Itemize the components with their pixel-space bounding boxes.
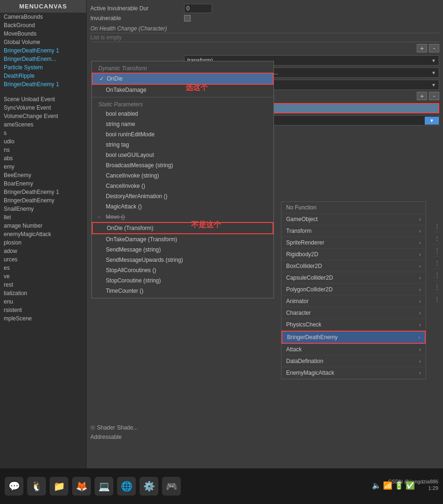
dots-icon-4[interactable]: ⋮	[433, 257, 441, 269]
menu-item-move[interactable]: Move ()	[92, 212, 273, 222]
plus-btn-1[interactable]: +	[417, 44, 427, 52]
function-item-animator[interactable]: Animator ›	[281, 296, 426, 307]
tray-icon-2[interactable]: 📶	[383, 481, 392, 490]
dots-icon-3[interactable]: ⋮	[433, 245, 441, 257]
menu-item-ondie[interactable]: ✓ OnDie	[92, 73, 273, 85]
sidebar-item-ns[interactable]: ns	[0, 146, 86, 154]
dots-icon-6[interactable]: ⋮	[433, 281, 441, 293]
sidebar-item-rest[interactable]: rest	[0, 281, 86, 289]
menu-item-bool-runineditmode[interactable]: bool runInEditMode	[92, 129, 273, 140]
menu-item-string-name[interactable]: string name	[92, 119, 273, 129]
sidebar-item-boarenemy[interactable]: BoarEnemy	[0, 179, 86, 188]
function-item-boxcollider2d[interactable]: BoxCollider2D ›	[281, 260, 426, 272]
menu-item-timecounter[interactable]: TimeCounter ()	[92, 286, 273, 296]
sidebar-item-syncvolume[interactable]: SyncVolume Event	[0, 104, 86, 112]
sidebar-item-bringer3[interactable]: BringerDeathEnemy 1	[0, 80, 86, 89]
function-item-datadefination[interactable]: DataDefination ›	[281, 356, 426, 367]
menu-item-broadcastmessage[interactable]: BroadcastMessage (string)	[92, 160, 273, 170]
menu-item-sendmessageupwards[interactable]: SendMessageUpwards (string)	[92, 255, 273, 265]
taskbar-icon-8[interactable]: 🎮	[162, 477, 181, 496]
sidebar-item-bringer5[interactable]: BringerDeathEnemy	[0, 196, 86, 205]
menu-item-bool-useGUILayout[interactable]: bool useGUILayout	[92, 150, 273, 160]
menu-item-magicattack[interactable]: MagicAttack ()	[92, 201, 273, 212]
invulnerable-checkbox[interactable]	[184, 15, 191, 22]
dots-icon-5[interactable]: ⋮	[433, 269, 441, 281]
sidebar-item-urces[interactable]: urces	[0, 255, 86, 264]
sidebar-item-bringer4[interactable]: BringerDeathEnemy 1	[0, 188, 86, 196]
menu-item-sendmessage[interactable]: SendMessage (string)	[92, 245, 273, 255]
sidebar-item-beeenemy[interactable]: BeeEnemy	[0, 171, 86, 179]
function-item-polygoncollider2d[interactable]: PolygonCollider2D ›	[281, 284, 426, 296]
menu-item-ondie-transform[interactable]: OnDie (Transform) 不是这个	[92, 222, 273, 234]
sidebar-item-movebounds[interactable]: MoveBounds	[0, 30, 86, 38]
check-empty-8	[98, 172, 106, 179]
taskbar-icon-2[interactable]: 🐧	[27, 477, 46, 496]
menu-item-string-tag[interactable]: string tag	[92, 140, 273, 150]
menu-item-stopcoroutine[interactable]: StopCoroutine (string)	[92, 275, 273, 286]
tray-icon-check[interactable]: ✅	[406, 481, 415, 490]
tray-icon-3[interactable]: 🔋	[394, 481, 404, 490]
sidebar-item-background[interactable]: BackGround	[0, 21, 86, 30]
sidebar-item-plosion[interactable]: plosion	[0, 238, 86, 247]
function-item-bringerdeathenenmy[interactable]: BringerDeathEnemy ›	[281, 331, 426, 344]
sidebar-item-bringer1[interactable]: BringerDeathEnemy 1	[0, 46, 86, 55]
dots-icon-2[interactable]: ⋮	[433, 232, 441, 245]
function-item-gameobject[interactable]: GameObject ›	[281, 214, 426, 225]
function-item-capsulecollider2d[interactable]: CapsuleCollider2D ›	[281, 272, 426, 284]
sidebar-item-globalvolume[interactable]: Global Volume	[0, 38, 86, 46]
taskbar-icon-4[interactable]: 🦊	[72, 477, 91, 496]
taskbar-icon-6[interactable]: 🌐	[117, 477, 136, 496]
menu-item-ontakedamage-transform[interactable]: OnTakeDamage (Transform)	[92, 234, 273, 245]
sidebar-item-damagenumber[interactable]: amage Number	[0, 222, 86, 230]
sidebar-item-bringer2[interactable]: BringerDeathEnem...	[0, 55, 86, 63]
sidebar-item-snailenemy[interactable]: SnailEnemy	[0, 205, 86, 213]
taskbar-icon-5[interactable]: 💻	[95, 477, 113, 496]
sidebar-item-llet[interactable]: llet	[0, 213, 86, 222]
sidebar-item-emy[interactable]: emy	[0, 163, 86, 171]
function-item-enemymagicattack[interactable]: EnemyMagicAttack ›	[281, 367, 426, 379]
function-item-spriterenderer[interactable]: SpriteRenderer ›	[281, 237, 426, 249]
sidebar-item-mplescene[interactable]: mpleScene	[0, 314, 86, 323]
minus-btn-1[interactable]: -	[429, 44, 439, 52]
attack-arrow-icon: ›	[419, 347, 421, 352]
function-item-attack[interactable]: Attack ›	[281, 344, 426, 356]
sidebar-item-enu[interactable]: enu	[0, 297, 86, 306]
sidebar-item-adow[interactable]: adow	[0, 247, 86, 255]
dots-icon-7[interactable]: ⋮	[433, 293, 441, 305]
taskbar-icon-1[interactable]: 💬	[5, 477, 23, 496]
function-item-nofunc[interactable]: No Function	[281, 202, 426, 214]
sidebar-item-enemymagic[interactable]: enemyMagicAttack	[0, 230, 86, 238]
menu-item-ontakedamage[interactable]: OnTakeDamage 选这个	[92, 85, 273, 95]
taskbar-icon-7[interactable]: ⚙️	[140, 477, 158, 496]
sidebar-item-camerabounds[interactable]: CameraBounds	[0, 13, 86, 21]
sidebar-item-volumechange[interactable]: VolumeChange Event	[0, 112, 86, 120]
sidebar-item-abs[interactable]: abs	[0, 154, 86, 163]
sidebar-item-ve[interactable]: ve	[0, 272, 86, 281]
dots-icon-1[interactable]: ⋮	[433, 220, 441, 232]
static-parameters-label: Static Parameters	[92, 99, 273, 109]
menu-item-stopallcoroutines[interactable]: StopAllCoroutines ()	[92, 265, 273, 275]
menu-item-cancelinvoke-string[interactable]: CancelInvoke (string)	[92, 170, 273, 181]
check-icon: ✓	[99, 75, 107, 82]
function-item-physicscheck[interactable]: PhysicsCheck ›	[281, 319, 426, 331]
sidebar-item-udio[interactable]: udio	[0, 137, 86, 146]
sidebar-item-tialization[interactable]: tialization	[0, 289, 86, 297]
function-item-transform[interactable]: Transform ›	[281, 225, 426, 237]
sidebar-item-rsistent[interactable]: rsistent	[0, 306, 86, 314]
sidebar-item-es[interactable]: es	[0, 264, 86, 272]
menu-item-destoryafteranimation[interactable]: DestoryAfterAnimation ()	[92, 191, 273, 201]
menu-item-cancelinvoke[interactable]: CancelInvoke ()	[92, 181, 273, 191]
active-invulnerable-input[interactable]	[184, 4, 212, 13]
sidebar-item-amescenes[interactable]: ameScenes	[0, 120, 86, 129]
tray-icon-1[interactable]: 🔈	[372, 481, 381, 490]
minus-btn-2[interactable]: -	[429, 92, 439, 100]
taskbar-icon-3[interactable]: 📁	[50, 477, 68, 496]
sidebar-item-s[interactable]: s	[0, 129, 86, 137]
menu-item-bool-enabled[interactable]: bool enabled	[92, 109, 273, 119]
function-item-rigidbody2d[interactable]: Rigidbody2D ›	[281, 249, 426, 260]
sidebar-item-deathripple[interactable]: DeathRipple	[0, 72, 86, 80]
sidebar-item-particle[interactable]: Particle System	[0, 63, 86, 72]
plus-btn-2[interactable]: +	[417, 92, 427, 100]
function-item-character[interactable]: Character ›	[281, 307, 426, 319]
sidebar-item-sceneunload[interactable]: Scene Unload Event	[0, 95, 86, 104]
